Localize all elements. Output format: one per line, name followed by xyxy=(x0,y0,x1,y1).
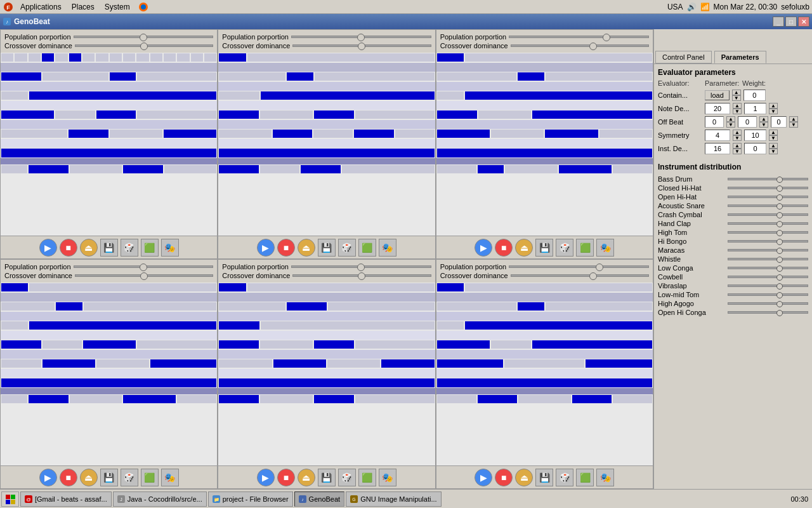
symmetry-param-input[interactable] xyxy=(705,130,730,141)
offbeat-w-down[interactable]: ▼ xyxy=(789,122,798,128)
inst-slider-low-conga[interactable] xyxy=(728,267,808,269)
play-button-1-1[interactable]: ▶ xyxy=(39,239,57,257)
notede-param-input[interactable] xyxy=(705,103,730,114)
play-button-2-1[interactable]: ▶ xyxy=(39,469,57,486)
save-button-2-3[interactable]: 💾 xyxy=(535,469,553,486)
offbeat-weight-input[interactable] xyxy=(771,116,787,128)
pattern-button-2-1[interactable]: 🟩 xyxy=(141,469,159,486)
save-button-1-3[interactable]: 💾 xyxy=(535,239,553,257)
pop-slider-1-3[interactable] xyxy=(509,36,649,38)
contain-weight-down[interactable]: ▼ xyxy=(732,95,741,101)
places-menu[interactable]: Places xyxy=(67,1,100,13)
eject-button-1-2[interactable]: ⏏ xyxy=(298,239,315,257)
inst-slider-closed-hihat[interactable] xyxy=(728,187,808,189)
tool-button-1-1[interactable]: 🎭 xyxy=(161,239,179,257)
tool-button-2-2[interactable]: 🎭 xyxy=(379,469,396,486)
eject-button-2-2[interactable]: ⏏ xyxy=(298,469,315,486)
notede-weight-down[interactable]: ▼ xyxy=(769,109,778,114)
notede-param-up[interactable]: ▲ xyxy=(733,103,742,109)
pop-slider-1-2[interactable] xyxy=(291,36,431,38)
cross-slider-2-1[interactable] xyxy=(75,274,213,277)
offbeat-param2-input[interactable] xyxy=(738,116,757,128)
save-button-2-1[interactable]: 💾 xyxy=(100,469,118,486)
inst-slider-open-hihat[interactable] xyxy=(728,196,808,198)
contain-weight-up[interactable]: ▲ xyxy=(732,90,741,95)
pattern-button-2-3[interactable]: 🟩 xyxy=(576,469,594,486)
cross-slider-2-2[interactable] xyxy=(292,274,431,277)
symmetry-w-up[interactable]: ▲ xyxy=(769,130,778,135)
eject-button-1-1[interactable]: ⏏ xyxy=(80,239,98,257)
pattern-button-1-1[interactable]: 🟩 xyxy=(141,239,159,257)
cross-slider-2-3[interactable] xyxy=(511,274,649,277)
symmetry-w-down[interactable]: ▼ xyxy=(769,135,778,141)
applications-menu[interactable]: Applications xyxy=(15,1,67,13)
pop-slider-2-2[interactable] xyxy=(291,265,431,268)
dice-button-2-2[interactable]: 🎲 xyxy=(338,469,356,486)
save-button-2-2[interactable]: 💾 xyxy=(318,469,336,486)
tool-button-1-3[interactable]: 🎭 xyxy=(596,239,614,257)
taskbar-java[interactable]: J Java - Cocodrillo/src/e... xyxy=(113,491,207,507)
inst-slider-lowmid-tom[interactable] xyxy=(728,293,808,296)
inst-slider-open-hi-conga[interactable] xyxy=(728,311,808,314)
inst-slider-acoustic-snare[interactable] xyxy=(728,204,808,207)
play-button-1-2[interactable]: ▶ xyxy=(257,239,275,257)
pop-slider-1-1[interactable] xyxy=(74,36,214,38)
symmetry-weight-input[interactable] xyxy=(744,130,766,141)
offbeat-p2-up[interactable]: ▲ xyxy=(759,116,768,122)
symmetry-p-up[interactable]: ▲ xyxy=(733,130,742,135)
instde-p-down[interactable]: ▼ xyxy=(733,149,742,154)
offbeat-param1-input[interactable] xyxy=(705,116,724,128)
offbeat-w-up[interactable]: ▲ xyxy=(789,116,798,122)
inst-slider-hi-bongo[interactable] xyxy=(728,240,808,243)
save-button-1-2[interactable]: 💾 xyxy=(318,239,336,257)
inst-slider-vibraslap[interactable] xyxy=(728,284,808,287)
notede-weight-up[interactable]: ▲ xyxy=(769,103,778,109)
notede-param-down[interactable]: ▼ xyxy=(733,109,742,114)
pattern-button-1-3[interactable]: 🟩 xyxy=(576,239,594,257)
dice-button-1-2[interactable]: 🎲 xyxy=(338,239,356,257)
system-menu[interactable]: System xyxy=(100,1,135,13)
tab-control-panel[interactable]: Control Panel xyxy=(655,51,712,64)
dice-button-2-1[interactable]: 🎲 xyxy=(121,469,138,486)
inst-slider-crash-cymbal[interactable] xyxy=(728,213,808,216)
dice-button-2-3[interactable]: 🎲 xyxy=(556,469,573,486)
offbeat-p2-down[interactable]: ▼ xyxy=(759,122,768,128)
taskbar-genobeat[interactable]: ♪ GenoBeat xyxy=(294,491,345,507)
pop-slider-2-3[interactable] xyxy=(509,265,649,268)
cross-slider-1-2[interactable] xyxy=(292,44,431,47)
play-button-2-3[interactable]: ▶ xyxy=(475,469,492,486)
dice-button-1-3[interactable]: 🎲 xyxy=(556,239,573,257)
taskbar-files[interactable]: 📁 project - File Browser xyxy=(208,491,293,507)
close-button[interactable]: ✕ xyxy=(798,17,809,27)
inst-slider-maracas[interactable] xyxy=(728,249,808,251)
pattern-button-2-2[interactable]: 🟩 xyxy=(358,469,376,486)
tab-parameters[interactable]: Parameters xyxy=(714,51,766,64)
inst-slider-bass-drum[interactable] xyxy=(728,178,808,180)
taskbar-gimp[interactable]: G GNU Image Manipulati... xyxy=(346,491,441,507)
cross-slider-1-1[interactable] xyxy=(75,44,213,47)
firefox-icon[interactable] xyxy=(138,1,149,13)
stop-button-1-3[interactable]: ■ xyxy=(495,239,513,257)
pop-slider-2-1[interactable] xyxy=(74,265,214,268)
notede-weight-input[interactable] xyxy=(744,103,766,114)
inst-slider-high-tom[interactable] xyxy=(728,231,808,234)
play-button-2-2[interactable]: ▶ xyxy=(257,469,275,486)
stop-button-2-3[interactable]: ■ xyxy=(495,469,513,486)
instde-w-up[interactable]: ▲ xyxy=(769,143,778,149)
tool-button-2-3[interactable]: 🎭 xyxy=(596,469,614,486)
eject-button-2-3[interactable]: ⏏ xyxy=(515,469,533,486)
minimize-button[interactable]: _ xyxy=(773,17,784,27)
instde-weight-input[interactable] xyxy=(744,143,766,154)
stop-button-1-1[interactable]: ■ xyxy=(60,239,77,257)
offbeat-p1-down[interactable]: ▼ xyxy=(726,122,735,128)
tool-button-1-2[interactable]: 🎭 xyxy=(379,239,396,257)
dice-button-1-1[interactable]: 🎲 xyxy=(121,239,138,257)
tool-button-2-1[interactable]: 🎭 xyxy=(161,469,179,486)
contain-load-button[interactable]: load xyxy=(705,90,730,100)
save-button-1-1[interactable]: 💾 xyxy=(100,239,118,257)
stop-button-2-2[interactable]: ■ xyxy=(277,469,295,486)
maximize-button[interactable]: □ xyxy=(785,17,797,27)
stop-button-2-1[interactable]: ■ xyxy=(60,469,77,486)
cross-slider-1-3[interactable] xyxy=(511,44,649,47)
taskbar-gmail[interactable]: @ [Gmail - beats - assaf... xyxy=(20,491,112,507)
